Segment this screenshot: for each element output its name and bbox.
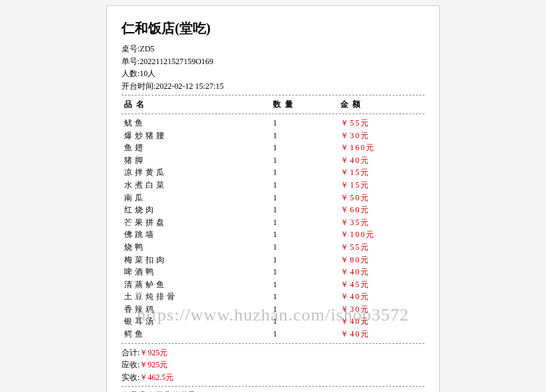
table-row: 鱿鱼1￥55元 bbox=[121, 117, 425, 130]
table-row: 梅菜扣肉1￥80元 bbox=[121, 254, 425, 266]
item-amount: ￥40元 bbox=[340, 154, 422, 167]
item-name: 烧鸭 bbox=[124, 241, 273, 254]
item-name: 水煮白菜 bbox=[124, 179, 273, 192]
col-qty-header: 数量 bbox=[273, 98, 340, 111]
item-name: 凉拌黄瓜 bbox=[124, 166, 273, 179]
table-row: 烧鸭1￥55元 bbox=[121, 241, 425, 254]
member-nickname: 会员昵称:平凡的世界 bbox=[121, 389, 425, 392]
item-amount: ￥160元 bbox=[340, 142, 422, 154]
total-paid: 实收:￥462.5元 bbox=[121, 371, 425, 384]
table-row: 南瓜1￥50元 bbox=[121, 192, 425, 204]
table-row: 红烧肉1￥60元 bbox=[121, 204, 425, 216]
receipt: 仁和饭店(堂吃) 桌号:ZD5 单号:20221121527159O169 人数… bbox=[106, 5, 440, 392]
table-row: 银耳汤1￥40元 bbox=[121, 315, 425, 328]
item-qty: 1 bbox=[273, 142, 340, 154]
table-row: 鳄鱼1￥40元 bbox=[121, 328, 425, 341]
item-amount: ￥45元 bbox=[340, 278, 422, 291]
item-qty: 1 bbox=[273, 154, 340, 167]
item-amount: ￥30元 bbox=[340, 130, 422, 142]
item-qty: 1 bbox=[273, 241, 340, 254]
item-qty: 1 bbox=[273, 328, 340, 341]
item-qty: 1 bbox=[273, 228, 340, 241]
item-amount: ￥100元 bbox=[340, 228, 422, 241]
item-name: 鳄鱼 bbox=[124, 328, 273, 341]
item-name: 佛跳墙 bbox=[124, 228, 273, 241]
column-headers: 品名 数量 金额 bbox=[121, 98, 425, 111]
item-qty: 1 bbox=[273, 315, 340, 328]
item-amount: ￥15元 bbox=[340, 166, 422, 179]
item-qty: 1 bbox=[273, 192, 340, 204]
item-name: 红烧肉 bbox=[124, 204, 273, 216]
store-title: 仁和饭店(堂吃) bbox=[121, 18, 425, 39]
item-name: 爆炒猪腰 bbox=[124, 130, 273, 142]
item-name: 鱼翅 bbox=[124, 142, 273, 154]
divider bbox=[121, 343, 425, 344]
divider bbox=[121, 114, 425, 114]
receivable-label: 应收: bbox=[121, 360, 140, 369]
item-qty: 1 bbox=[273, 216, 340, 229]
item-qty: 1 bbox=[273, 290, 340, 303]
sum-label: 合计: bbox=[121, 348, 140, 357]
item-amount: ￥55元 bbox=[340, 117, 422, 130]
item-amount: ￥35元 bbox=[340, 216, 422, 229]
paid-label: 实收: bbox=[121, 373, 140, 382]
item-qty: 1 bbox=[273, 278, 340, 291]
item-qty: 1 bbox=[273, 166, 340, 179]
paid-value: ￥462.5元 bbox=[140, 373, 174, 382]
item-name: 鱿鱼 bbox=[124, 117, 273, 130]
item-amount: ￥55元 bbox=[340, 241, 422, 254]
item-name: 南瓜 bbox=[124, 192, 273, 204]
item-name: 银耳汤 bbox=[124, 315, 273, 328]
total-sum: 合计:￥925元 bbox=[121, 347, 425, 359]
item-qty: 1 bbox=[273, 179, 340, 192]
item-amount: ￥30元 bbox=[340, 303, 422, 316]
item-qty: 1 bbox=[273, 254, 340, 266]
table-row: 芒果拼盘1￥35元 bbox=[121, 216, 425, 229]
item-qty: 1 bbox=[273, 117, 340, 130]
open-time: 开台时间:2022-02-12 15:27:15 bbox=[121, 80, 425, 93]
item-amount: ￥50元 bbox=[340, 192, 422, 204]
item-name: 猪脚 bbox=[124, 154, 273, 167]
table-row: 水煮白菜1￥15元 bbox=[121, 179, 425, 192]
sum-value: ￥925元 bbox=[140, 348, 168, 357]
table-row: 鱼翅1￥160元 bbox=[121, 142, 425, 154]
divider bbox=[121, 386, 425, 387]
table-number: 桌号:ZD5 bbox=[121, 43, 425, 55]
total-receivable: 应收:￥925元 bbox=[121, 359, 425, 371]
item-name: 香辣鸡 bbox=[124, 303, 273, 316]
people-count: 人数:10人 bbox=[121, 67, 425, 80]
item-qty: 1 bbox=[273, 266, 340, 278]
item-name: 啤酒鸭 bbox=[124, 266, 273, 278]
divider bbox=[121, 95, 425, 95]
item-qty: 1 bbox=[273, 130, 340, 142]
item-amount: ￥15元 bbox=[340, 179, 422, 192]
item-name: 芒果拼盘 bbox=[124, 216, 273, 229]
item-name: 土豆炖排骨 bbox=[124, 290, 273, 303]
table-row: 佛跳墙1￥100元 bbox=[121, 228, 425, 241]
item-name: 梅菜扣肉 bbox=[124, 254, 273, 266]
order-number: 单号:20221121527159O169 bbox=[121, 55, 425, 68]
item-qty: 1 bbox=[273, 204, 340, 216]
item-amount: ￥40元 bbox=[340, 315, 422, 328]
item-qty: 1 bbox=[273, 303, 340, 316]
col-name-header: 品名 bbox=[124, 98, 273, 111]
table-row: 啤酒鸭1￥40元 bbox=[121, 266, 425, 278]
table-row: 猪脚1￥40元 bbox=[121, 154, 425, 167]
items-list: 鱿鱼1￥55元爆炒猪腰1￥30元鱼翅1￥160元猪脚1￥40元凉拌黄瓜1￥15元… bbox=[121, 117, 425, 341]
item-name: 清蒸鲈鱼 bbox=[124, 278, 273, 291]
item-amount: ￥40元 bbox=[340, 266, 422, 278]
col-amount-header: 金额 bbox=[340, 98, 422, 111]
receivable-value: ￥925元 bbox=[140, 360, 168, 369]
item-amount: ￥40元 bbox=[340, 290, 422, 303]
item-amount: ￥40元 bbox=[340, 328, 422, 341]
item-amount: ￥60元 bbox=[340, 204, 422, 216]
table-row: 香辣鸡1￥30元 bbox=[121, 303, 425, 316]
table-row: 凉拌黄瓜1￥15元 bbox=[121, 166, 425, 179]
table-row: 清蒸鲈鱼1￥45元 bbox=[121, 278, 425, 291]
table-row: 爆炒猪腰1￥30元 bbox=[121, 130, 425, 142]
table-row: 土豆炖排骨1￥40元 bbox=[121, 290, 425, 303]
item-amount: ￥80元 bbox=[340, 254, 422, 266]
